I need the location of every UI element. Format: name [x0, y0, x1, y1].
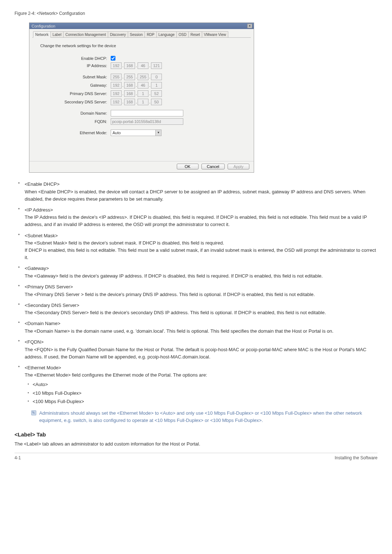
cancel-button[interactable]: Cancel [201, 164, 225, 169]
dialog-button-bar: OK Cancel Apply [29, 161, 254, 172]
label-ethernet-mode: Ethernet Mode: [38, 131, 111, 135]
tab-strip: Network Label Connection Management Disc… [32, 31, 251, 38]
list-item: <Secondary DNS Server> The <Secondary DN… [15, 302, 377, 317]
field-desc: The <Ethernet Mode> field configures the… [25, 372, 377, 379]
label-domain-name: Domain Name: [38, 111, 111, 115]
pdns-oct2 [124, 90, 135, 97]
tab-osd[interactable]: OSD [176, 31, 189, 37]
tab-content-network: Change the network settings for the devi… [32, 38, 251, 157]
fqdn-input [111, 118, 183, 125]
field-name: <Gateway> [25, 265, 377, 272]
chevron-down-icon: ▼ [155, 130, 161, 136]
sm-oct4 [151, 74, 162, 80]
list-item: <Enable DHCP> When <Enable DHCP> is enab… [15, 181, 377, 203]
ip-oct2 [124, 62, 135, 69]
field-name: <Ethernet Mode> [25, 364, 377, 372]
label-secondary-dns: Secondary DNS Server: [38, 100, 111, 104]
field-name: <Primary DNS Server> [25, 283, 377, 291]
label-primary-dns: Primary DNS Server: [38, 91, 111, 96]
tab-instruction: Change the network settings for the devi… [40, 44, 245, 48]
list-item: <Primary DNS Server> The <Primary DNS Se… [15, 283, 377, 298]
pdns-oct3 [138, 90, 148, 97]
tab-reset[interactable]: Reset [188, 31, 202, 37]
sm-oct3 [138, 74, 148, 80]
tab-network[interactable]: Network [33, 31, 51, 38]
tab-label[interactable]: Label [50, 31, 64, 37]
secondary-dns-field: . . . [111, 99, 162, 105]
gw-oct1 [111, 82, 122, 89]
label-enable-dhcp: Enable DHCP: [38, 56, 111, 61]
admin-note: Administrators should always set the <Et… [31, 410, 377, 424]
sdns-oct4 [151, 99, 162, 105]
ip-address-field: . . . [111, 62, 162, 69]
field-desc: The <Subnet Mask> field is the device's … [25, 239, 377, 261]
sdns-oct1 [111, 99, 122, 105]
list-item: <100 Mbps Full-Duplex> [25, 398, 377, 405]
field-desc: The <FQDN> is the Fully Qualified Domain… [25, 346, 377, 361]
list-item: <10 Mbps Full-Duplex> [25, 390, 377, 397]
sdns-oct3 [138, 99, 148, 105]
list-item: <FQDN> The <FQDN> is the Fully Qualified… [15, 338, 377, 361]
tab-discovery[interactable]: Discovery [108, 31, 128, 37]
footer-page-number: 4-1 [15, 455, 21, 460]
domain-name-input[interactable] [111, 110, 183, 116]
configuration-dialog: Configuration × Network Label Connection… [29, 22, 254, 173]
figure-caption: Figure 2-4: <Network> Configuration [15, 11, 377, 16]
note-icon [31, 410, 36, 415]
dialog-title: Configuration [32, 24, 55, 28]
primary-dns-field: . . . [111, 90, 162, 97]
tab-language[interactable]: Language [156, 31, 177, 37]
field-name: <Enable DHCP> [25, 181, 377, 188]
gw-oct4 [151, 82, 162, 89]
field-name: <Secondary DNS Server> [25, 302, 377, 309]
tab-session[interactable]: Session [128, 31, 145, 37]
ethernet-mode-select[interactable]: Auto ▼ [111, 130, 162, 136]
gw-oct3 [138, 82, 148, 89]
apply-button[interactable]: Apply [228, 164, 249, 169]
tab-vmware-view[interactable]: VMware View [202, 31, 228, 37]
close-icon[interactable]: × [247, 24, 252, 28]
field-name: <Domain Name> [25, 320, 377, 327]
ip-oct4 [151, 62, 162, 69]
page-footer: 4-1 Installing the Software [15, 453, 377, 460]
field-name: <IP Address> [25, 206, 377, 214]
field-desc: When <Enable DHCP> is enabled, the devic… [25, 188, 377, 203]
label-subnet-mask: Subnet Mask: [38, 75, 111, 79]
tab-connection-management[interactable]: Connection Management [63, 31, 108, 37]
list-item: <Subnet Mask> The <Subnet Mask> field is… [15, 232, 377, 262]
field-desc: The IP Address field is the device's <IP… [25, 214, 377, 228]
gateway-field: . . . [111, 82, 162, 89]
field-desc: The <Domain Name> is the domain name use… [25, 328, 377, 335]
ethernet-mode-options: <Auto> <10 Mbps Full-Duplex> <100 Mbps F… [25, 381, 377, 405]
list-item: <Ethernet Mode> The <Ethernet Mode> fiel… [15, 364, 377, 424]
label-tab-paragraph: The <Label> tab allows an administrator … [15, 440, 377, 448]
list-item: <IP Address> The IP Address field is the… [15, 206, 377, 229]
gw-oct2 [124, 82, 135, 89]
field-name: <FQDN> [25, 338, 377, 346]
enable-dhcp-checkbox[interactable] [111, 56, 115, 61]
subnet-mask-field: . . . [111, 74, 162, 80]
list-item: <Domain Name> The <Domain Name> is the d… [15, 320, 377, 335]
field-description-list: <Enable DHCP> When <Enable DHCP> is enab… [15, 181, 377, 424]
pdns-oct1 [111, 90, 122, 97]
list-item: <Auto> [25, 381, 377, 388]
ethernet-mode-value: Auto [111, 131, 155, 135]
field-desc: The <Primary DNS Server > field is the d… [25, 291, 377, 298]
field-name: <Subnet Mask> [25, 232, 377, 239]
field-desc: The <Gateway> field is the device's gate… [25, 272, 377, 280]
label-fqdn: FQDN: [38, 119, 111, 124]
note-text: Administrators should always set the <Et… [39, 410, 377, 424]
ok-button[interactable]: OK [177, 164, 199, 169]
pdns-oct4 [151, 90, 162, 97]
label-gateway: Gateway: [38, 83, 111, 87]
field-desc: The <Secondary DNS Server> field is the … [25, 309, 377, 316]
ip-oct3 [138, 62, 148, 69]
ip-oct1 [111, 62, 122, 69]
footer-chapter-title: Installing the Software [335, 455, 377, 460]
sdns-oct2 [124, 99, 135, 105]
dialog-titlebar: Configuration × [29, 23, 254, 29]
list-item: <Gateway> The <Gateway> field is the dev… [15, 265, 377, 280]
tab-rdp[interactable]: RDP [144, 31, 156, 37]
label-tab-heading: <Label> Tab [15, 431, 377, 438]
sm-oct2 [124, 74, 135, 80]
